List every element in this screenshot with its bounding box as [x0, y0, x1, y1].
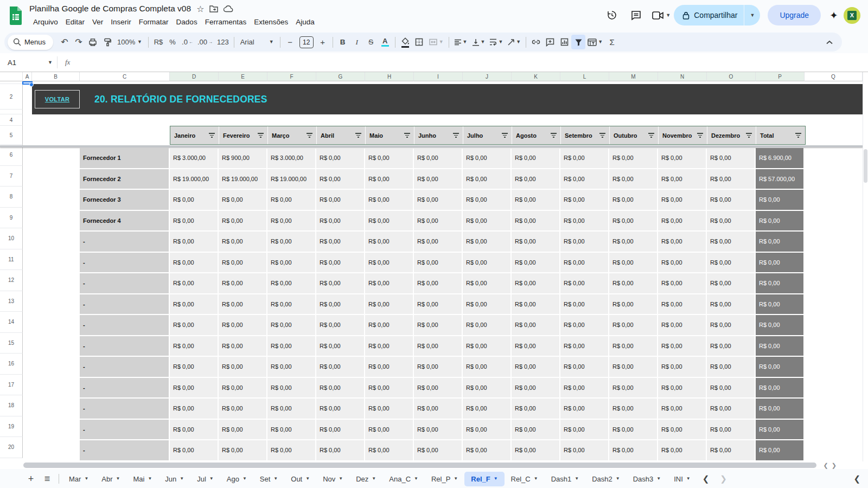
table-row-17-month-3[interactable]: R$ 0,00	[316, 378, 364, 398]
column-header-M[interactable]: M	[609, 72, 658, 81]
row-header-2[interactable]: 2	[0, 84, 23, 110]
table-row-9-month-11[interactable]: R$ 0,00	[707, 211, 755, 231]
table-row-14-month-7[interactable]: R$ 0,00	[512, 315, 559, 335]
menu-dados[interactable]: Dados	[173, 17, 201, 27]
table-row-14-month-8[interactable]: R$ 0,00	[560, 315, 608, 335]
table-row-14-total[interactable]: R$ 0,00	[756, 315, 803, 335]
column-header-F[interactable]: F	[267, 72, 316, 81]
table-row-10-month-3[interactable]: R$ 0,00	[316, 232, 364, 252]
table-row-7-month-4[interactable]: R$ 0,00	[365, 169, 413, 189]
filter-icon[interactable]	[551, 133, 557, 138]
tabs-scroll-right-icon[interactable]: ❯	[714, 474, 732, 484]
text-wrap-icon[interactable]: ▼	[487, 35, 505, 49]
table-row-10-month-7[interactable]: R$ 0,00	[512, 232, 559, 252]
table-row-16-month-9[interactable]: R$ 0,00	[609, 357, 657, 377]
row-header-3[interactable]	[0, 110, 23, 114]
table-row-11-month-5[interactable]: R$ 0,00	[414, 253, 462, 273]
sheet-tab-nov[interactable]: Nov▼	[316, 472, 349, 486]
number-format-button[interactable]: 123	[215, 35, 231, 49]
table-row-6-total[interactable]: R$ 6.900,00	[756, 148, 803, 168]
table-row-15-month-2[interactable]: R$ 0,00	[267, 336, 315, 356]
filter-icon[interactable]	[697, 133, 703, 138]
row-header-19[interactable]: 19	[0, 416, 23, 438]
paint-format-icon[interactable]	[100, 35, 114, 49]
table-row-19-name[interactable]: -	[80, 420, 169, 440]
table-row-11-month-10[interactable]: R$ 0,00	[658, 253, 706, 273]
table-row-16-month-11[interactable]: R$ 0,00	[707, 357, 755, 377]
table-row-7-month-5[interactable]: R$ 0,00	[414, 169, 462, 189]
table-row-20-total[interactable]: R$ 0,00	[756, 440, 803, 460]
table-row-15-month-1[interactable]: R$ 0,00	[219, 336, 266, 356]
table-row-7-month-11[interactable]: R$ 0,00	[707, 169, 755, 189]
filter-icon[interactable]	[599, 133, 605, 138]
tab-menu-caret-icon[interactable]: ▼	[84, 477, 88, 481]
tab-menu-caret-icon[interactable]: ▼	[148, 477, 152, 481]
column-header-E[interactable]: E	[219, 72, 267, 81]
tab-menu-caret-icon[interactable]: ▼	[339, 477, 343, 481]
table-row-15-month-8[interactable]: R$ 0,00	[560, 336, 608, 356]
sheet-tab-dash1[interactable]: Dash1▼	[545, 472, 586, 486]
table-row-20-month-4[interactable]: R$ 0,00	[365, 440, 413, 460]
table-row-17-month-8[interactable]: R$ 0,00	[560, 378, 608, 398]
table-row-13-month-4[interactable]: R$ 0,00	[365, 294, 413, 314]
filter-views-icon[interactable]: ▼	[585, 35, 605, 49]
table-row-9-month-5[interactable]: R$ 0,00	[414, 211, 462, 231]
sheet-tab-ana_c[interactable]: Ana_C▼	[382, 472, 425, 486]
comments-icon[interactable]	[626, 5, 646, 25]
table-row-7-total[interactable]: R$ 57.000,00	[756, 169, 803, 189]
table-row-9-month-2[interactable]: R$ 0,00	[267, 211, 315, 231]
row-header-16[interactable]: 16	[0, 354, 23, 375]
table-row-12-month-11[interactable]: R$ 0,00	[707, 273, 755, 293]
table-row-7-month-0[interactable]: R$ 19.000,00	[170, 169, 218, 189]
table-row-16-month-3[interactable]: R$ 0,00	[316, 357, 364, 377]
table-row-8-month-6[interactable]: R$ 0,00	[463, 190, 510, 210]
table-row-9-month-9[interactable]: R$ 0,00	[609, 211, 657, 231]
tab-menu-caret-icon[interactable]: ▼	[372, 477, 376, 481]
vertical-scrollbar[interactable]	[863, 72, 868, 461]
table-row-10-month-1[interactable]: R$ 0,00	[219, 232, 266, 252]
table-row-16-month-7[interactable]: R$ 0,00	[512, 357, 559, 377]
row-header-13[interactable]: 13	[0, 291, 23, 312]
column-header-I[interactable]: I	[414, 72, 463, 81]
table-row-9-month-3[interactable]: R$ 0,00	[316, 211, 364, 231]
text-color-icon[interactable]: A	[378, 35, 392, 49]
table-row-6-month-11[interactable]: R$ 0,00	[707, 148, 755, 168]
table-row-9-month-6[interactable]: R$ 0,00	[463, 211, 510, 231]
table-row-13-name[interactable]: -	[80, 294, 169, 314]
table-row-17-total[interactable]: R$ 0,00	[756, 378, 803, 398]
table-row-11-month-9[interactable]: R$ 0,00	[609, 253, 657, 273]
table-row-14-month-11[interactable]: R$ 0,00	[707, 315, 755, 335]
table-row-12-month-2[interactable]: R$ 0,00	[267, 273, 315, 293]
table-row-8-month-3[interactable]: R$ 0,00	[316, 190, 364, 210]
table-row-16-month-8[interactable]: R$ 0,00	[560, 357, 608, 377]
table-row-19-month-5[interactable]: R$ 0,00	[414, 420, 462, 440]
table-row-14-month-5[interactable]: R$ 0,00	[414, 315, 462, 335]
table-row-7-month-1[interactable]: R$ 19.000,00	[219, 169, 266, 189]
table-row-8-month-1[interactable]: R$ 0,00	[219, 190, 266, 210]
tab-menu-caret-icon[interactable]: ▼	[534, 477, 538, 481]
table-row-6-month-7[interactable]: R$ 0,00	[512, 148, 559, 168]
increase-decimal-button[interactable]: .00→	[195, 35, 215, 49]
share-options-caret-icon[interactable]: ▼	[744, 5, 760, 25]
table-row-12-name[interactable]: -	[80, 273, 169, 293]
table-row-20-name[interactable]: -	[80, 440, 169, 460]
table-row-13-month-1[interactable]: R$ 0,00	[219, 294, 266, 314]
increase-font-size-button[interactable]: +	[316, 35, 330, 49]
tab-menu-caret-icon[interactable]: ▼	[305, 477, 310, 481]
table-row-8-month-7[interactable]: R$ 0,00	[512, 190, 559, 210]
table-row-12-month-4[interactable]: R$ 0,00	[365, 273, 413, 293]
sheet-tab-abr[interactable]: Abr▼	[95, 472, 126, 486]
table-row-14-name[interactable]: -	[80, 315, 169, 335]
tab-menu-caret-icon[interactable]: ▼	[494, 477, 498, 481]
table-row-11-month-7[interactable]: R$ 0,00	[512, 253, 559, 273]
table-row-8-month-8[interactable]: R$ 0,00	[560, 190, 608, 210]
table-row-18-month-7[interactable]: R$ 0,00	[512, 399, 559, 419]
table-row-18-month-5[interactable]: R$ 0,00	[414, 399, 462, 419]
table-row-15-month-5[interactable]: R$ 0,00	[414, 336, 462, 356]
row-header-8[interactable]: 8	[0, 187, 23, 208]
strikethrough-icon[interactable]: S	[364, 35, 378, 49]
filter-icon[interactable]	[746, 133, 752, 138]
menu-ajuda[interactable]: Ajuda	[292, 17, 318, 27]
table-row-18-month-8[interactable]: R$ 0,00	[560, 399, 608, 419]
table-row-11-month-6[interactable]: R$ 0,00	[463, 253, 510, 273]
